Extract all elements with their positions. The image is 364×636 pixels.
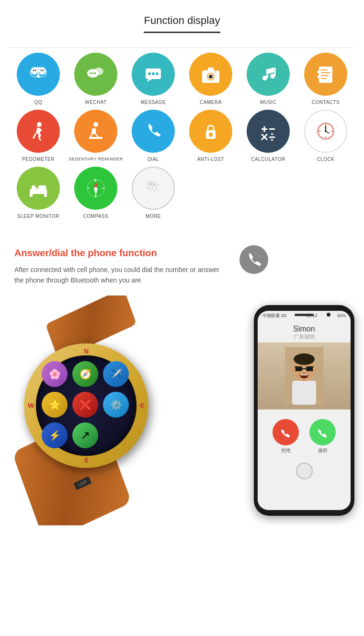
svg-point-74 — [32, 185, 35, 189]
icon-item-music[interactable]: MUSIC — [239, 53, 297, 105]
compass-label: COMPASS — [83, 214, 109, 219]
svg-rect-48 — [89, 137, 102, 139]
svg-rect-51 — [210, 135, 212, 137]
sedentary-icon-circle — [74, 110, 117, 153]
carrier-text: 中国联通 3G — [262, 313, 287, 319]
svg-text:N: N — [94, 179, 96, 182]
phone-speaker — [295, 314, 314, 316]
more-label: MORE — [146, 214, 161, 219]
svg-rect-40 — [321, 69, 328, 70]
clock-icon — [314, 120, 337, 143]
svg-rect-39 — [319, 67, 332, 83]
svg-rect-53 — [264, 126, 265, 132]
icon-item-sedentary[interactable]: Sedentary reminder — [67, 110, 125, 162]
phone-front-camera — [327, 313, 330, 317]
decline-button-wrap[interactable]: 拒绝 — [273, 419, 299, 454]
phone-icon-circle — [239, 245, 268, 274]
pedometer-icon-circle — [17, 110, 60, 153]
camera-icon — [199, 63, 222, 86]
svg-point-11 — [32, 68, 37, 75]
svg-point-98 — [158, 190, 159, 191]
illustration-area: N S E W 🌸 🧭 — [0, 295, 364, 525]
qq-icon-circle — [17, 53, 60, 96]
accept-button[interactable] — [309, 419, 336, 445]
calculator-label: CALCULATOR — [251, 157, 285, 162]
qq-label: QQ — [34, 100, 43, 105]
svg-point-91 — [156, 186, 157, 187]
message-icon — [142, 63, 165, 86]
svg-point-46 — [37, 122, 42, 127]
icon-item-dial[interactable]: DIAL — [125, 110, 182, 162]
camera-label: CAMERA — [200, 100, 222, 105]
icon-item-contacts[interactable]: CONTACTS — [297, 53, 354, 105]
calculator-icon-circle — [247, 110, 290, 153]
more-icon-circle: ··· ING — [132, 167, 175, 210]
svg-point-15 — [41, 70, 42, 71]
svg-rect-72 — [38, 185, 46, 190]
antilost-label: ANTI-LOST — [197, 157, 225, 162]
icon-item-more[interactable]: ··· ING MORE — [125, 167, 182, 219]
svg-point-97 — [156, 188, 157, 189]
section-title: Function display — [0, 0, 364, 32]
call-buttons-row: 拒绝 接听 — [258, 409, 351, 459]
icon-item-message[interactable]: MESSAGE — [125, 53, 182, 105]
sedentary-label: Sedentary reminder — [68, 157, 123, 161]
phone-handset-icon — [245, 251, 262, 268]
icon-item-pedometer[interactable]: PEDOMETER — [10, 110, 67, 162]
svg-point-20 — [92, 72, 94, 74]
svg-point-108 — [294, 353, 315, 365]
accept-icon — [316, 425, 330, 439]
message-label: MESSAGE — [141, 100, 166, 105]
accept-label: 接听 — [318, 447, 328, 454]
icon-item-calculator[interactable]: CALCULATOR — [239, 110, 297, 162]
icon-item-antilost[interactable]: ANTI-LOST — [182, 110, 239, 162]
svg-point-34 — [215, 71, 216, 73]
svg-point-90 — [154, 184, 155, 185]
svg-point-89 — [152, 186, 153, 187]
dial-icon — [142, 120, 165, 143]
music-icon-circle — [247, 53, 290, 96]
clock-icon-circle — [304, 110, 347, 153]
svg-line-104 — [123, 443, 125, 445]
wechat-label: WECHAT — [85, 100, 107, 105]
icon-item-sleep[interactable]: SLEEP MONITOR — [10, 167, 67, 219]
icon-item-compass[interactable]: N S COMPASS — [67, 167, 125, 219]
icon-item-qq[interactable]: QQ — [10, 53, 67, 105]
more-icon: ··· ING — [142, 177, 165, 200]
music-label: MUSIC — [260, 100, 277, 105]
smartwatch: N S E W 🌸 🧭 — [0, 295, 220, 525]
music-icon — [257, 63, 280, 86]
contacts-icon — [314, 63, 337, 86]
calculator-icon — [257, 120, 280, 143]
icon-item-camera[interactable]: CAMERA — [182, 53, 239, 105]
svg-point-26 — [148, 72, 151, 75]
svg-point-59 — [271, 139, 273, 141]
clock-label: CLOCK — [317, 157, 335, 162]
contacts-label: CONTACTS — [312, 100, 340, 105]
answer-title: Answer/dial the phone function — [14, 248, 350, 259]
watch-case: N S E W 🌸 🧭 — [24, 343, 148, 468]
icon-item-wechat[interactable]: WECHAT — [67, 53, 125, 105]
svg-point-88 — [150, 184, 151, 185]
answer-section: Answer/dial the phone function After con… — [0, 228, 364, 295]
home-button[interactable] — [296, 463, 313, 479]
svg-point-27 — [152, 72, 155, 75]
qq-icon — [27, 63, 50, 86]
dial-icon-circle — [132, 110, 175, 153]
sedentary-icon — [84, 120, 107, 143]
decline-button[interactable] — [273, 419, 299, 445]
svg-rect-106 — [292, 381, 316, 405]
caller-name: Simon — [258, 325, 351, 333]
phone-screen: 中国联通 3G 20:12 92% Simon 广东深圳 — [258, 311, 351, 510]
caller-location: 广东深圳 — [258, 333, 351, 341]
svg-rect-42 — [321, 75, 329, 76]
svg-point-47 — [93, 122, 98, 127]
svg-point-14 — [35, 70, 36, 71]
decline-icon — [279, 425, 293, 439]
svg-point-23 — [100, 71, 101, 72]
accept-button-wrap[interactable]: 接听 — [309, 419, 336, 454]
icon-item-clock[interactable]: CLOCK — [297, 110, 354, 162]
svg-point-92 — [158, 184, 159, 185]
svg-point-12 — [39, 68, 45, 75]
camera-icon-circle — [189, 53, 232, 96]
